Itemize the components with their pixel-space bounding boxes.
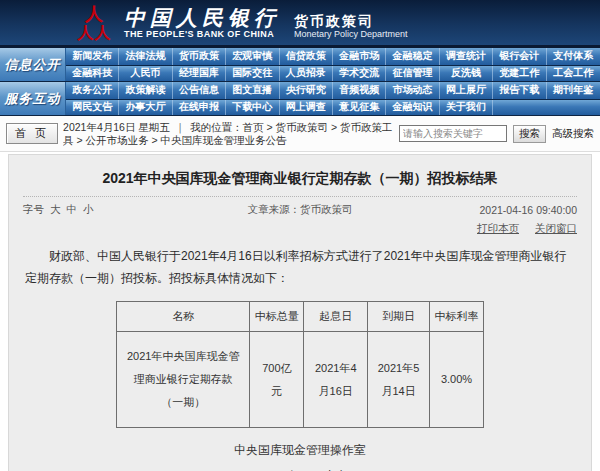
breadcrumb-separator: ｜ — [173, 121, 187, 133]
pboc-webpage: 人 人 人 中国人民银行 THE PEOPLE'S BANK OF CHINA … — [0, 0, 600, 471]
nav-filler — [547, 100, 600, 116]
nav-item-financial-stability[interactable]: 金融稳定 — [386, 48, 439, 65]
nav-item-macroprudential[interactable]: 宏观审慎 — [226, 48, 279, 65]
divider — [23, 196, 577, 197]
cell-amount: 700亿元 — [250, 332, 304, 428]
nav-item-laws[interactable]: 法律法规 — [119, 48, 172, 65]
nav-item-party-building[interactable]: 党建工作 — [493, 66, 546, 82]
nav-item-market-dynamics[interactable]: 市场动态 — [386, 82, 439, 99]
article-actions: 打印本页 关闭窗口 — [23, 222, 577, 236]
article-card: 2021年中央国库现金管理商业银行定期存款（一期）招投标结果 字号 大 中 小 … — [8, 154, 592, 471]
nav-item-bank-accounting[interactable]: 银行会计 — [493, 48, 546, 65]
nav-item-union-work[interactable]: 工会工作 — [547, 66, 600, 82]
bank-name-cn: 中国人民银行 — [124, 7, 280, 29]
table-header-row: 名称 中标总量 起息日 到期日 中标利率 — [117, 302, 484, 332]
close-window-link[interactable]: 关闭窗口 — [535, 222, 577, 236]
cell-deposit-name: 2021年中央国库现金管理商业银行定期存款（一期） — [117, 332, 250, 428]
svg-text:人: 人 — [84, 4, 104, 24]
nav-item-policy-interpretation[interactable]: 政策解读 — [119, 82, 172, 99]
nav-item-online-gallery[interactable]: 网上展厅 — [440, 82, 493, 99]
signature: 中央国库现金管理操作室 — [9, 442, 591, 459]
bank-name-block: 中国人民银行 THE PEOPLE'S BANK OF CHINA — [124, 7, 280, 39]
nav-item-financial-markets[interactable]: 金融市场 — [333, 48, 386, 65]
article-body: 财政部、中国人民银行于2021年4月16日以利率招标方式进行了2021年中央国库… — [25, 246, 575, 289]
nav-group-info-disclosure: 信息公开 新闻发布 法律法规 货币政策 宏观审慎 信贷政策 金融市场 金融稳定 … — [0, 48, 600, 82]
col-header-name: 名称 — [117, 302, 250, 332]
nav-item-periodicals[interactable]: 期刊年鉴 — [547, 82, 600, 99]
article-title: 2021年中央国库现金管理商业银行定期存款（一期）招投标结果 — [9, 169, 591, 187]
font-size-large[interactable]: 大 — [50, 203, 61, 217]
nav-item-payment-systems[interactable]: 支付体系 — [547, 48, 600, 65]
font-size-controls: 字号 大 中 小 — [23, 203, 94, 217]
nav-item-news[interactable]: 新闻发布 — [66, 48, 119, 65]
advanced-search-link[interactable]: 高级搜索 — [552, 127, 594, 141]
nav-item-research[interactable]: 央行研究 — [280, 82, 333, 99]
table-row: 2021年中央国库现金管理商业银行定期存款（一期） 700亿元 2021年4月1… — [117, 332, 484, 428]
nav-item-service-hall[interactable]: 办事大厅 — [119, 100, 172, 116]
main-nav: 信息公开 新闻发布 法律法规 货币政策 宏观审慎 信贷政策 金融市场 金融稳定 … — [0, 48, 600, 116]
col-header-start-date: 起息日 — [304, 302, 368, 332]
article-datetime: 2021-04-16 09:40:00 — [480, 204, 578, 216]
nav-item-monetary-policy[interactable]: 货币政策 — [173, 48, 226, 65]
nav-row-2: 金融科技 人民币 经理国库 国际交往 人员招录 学术交流 征信管理 反洗钱 党建… — [66, 65, 600, 82]
nav-item-online-survey[interactable]: 网上调查 — [280, 100, 333, 116]
nav-row-3: 政务公开 政策解读 公告信息 图文直播 央行研究 音频视频 市场动态 网上展厅 … — [66, 82, 600, 99]
nav-item-treasury[interactable]: 经理国库 — [173, 66, 226, 82]
nav-item-about-us[interactable]: 关于我们 — [440, 100, 493, 116]
cell-rate: 3.00% — [429, 332, 483, 428]
font-size-label: 字号 — [23, 203, 44, 217]
nav-item-fintech[interactable]: 金融科技 — [66, 66, 119, 82]
nav-item-gov-disclosure[interactable]: 政务公开 — [66, 82, 119, 99]
svg-text:人: 人 — [93, 24, 111, 41]
bank-name-en: THE PEOPLE'S BANK OF CHINA — [124, 29, 280, 39]
nav-item-online-filing[interactable]: 在线申报 — [173, 100, 226, 116]
nav-filler — [493, 100, 546, 116]
nav-label-services[interactable]: 服务互动 — [0, 82, 66, 115]
nav-item-netizen-notices[interactable]: 网民文告 — [66, 100, 119, 116]
nav-item-international[interactable]: 国际交往 — [226, 66, 279, 82]
content-area: 2021年中央国库现金管理商业银行定期存款（一期）招投标结果 字号 大 中 小 … — [0, 152, 600, 471]
department-block: 货币政策司 Monetary Policy Department — [294, 6, 408, 40]
nav-item-anti-money-laundering[interactable]: 反洗钱 — [440, 66, 493, 82]
nav-item-download-center[interactable]: 下载中心 — [226, 100, 279, 116]
home-button[interactable]: 首 页 — [6, 123, 58, 144]
font-size-small[interactable]: 小 — [83, 203, 94, 217]
breadcrumb-bar: 首 页 2021年4月16日 星期五 ｜ 我的位置：首页 > 货币政策司 > 货… — [0, 116, 600, 152]
nav-item-financial-knowledge[interactable]: 金融知识 — [386, 100, 439, 116]
nav-item-recruitment[interactable]: 人员招录 — [280, 66, 333, 82]
nav-item-academic-exchange[interactable]: 学术交流 — [333, 66, 386, 82]
nav-item-live-broadcast[interactable]: 图文直播 — [226, 82, 279, 99]
bid-result-table: 名称 中标总量 起息日 到期日 中标利率 2021年中央国库现金管理商业银行定期… — [116, 301, 484, 428]
nav-label-info-disclosure[interactable]: 信息公开 — [0, 48, 66, 81]
breadcrumb-date: 2021年4月16日 星期五 — [63, 121, 170, 133]
nav-item-public-consultation[interactable]: 意见征集 — [333, 100, 386, 116]
article-source: 文章来源：货币政策司 — [248, 203, 353, 217]
nav-group-services: 服务互动 政务公开 政策解读 公告信息 图文直播 央行研究 音频视频 市场动态 … — [0, 82, 600, 116]
nav-row-1: 新闻发布 法律法规 货币政策 宏观审慎 信贷政策 金融市场 金融稳定 调查统计 … — [66, 48, 600, 65]
col-header-rate: 中标利率 — [429, 302, 483, 332]
print-page-link[interactable]: 打印本页 — [477, 222, 519, 236]
nav-item-credit-reference[interactable]: 征信管理 — [386, 66, 439, 82]
breadcrumb: 2021年4月16日 星期五 ｜ 我的位置：首页 > 货币政策司 > 货币政策工… — [63, 121, 395, 147]
font-size-medium[interactable]: 中 — [67, 203, 78, 217]
nav-item-renminbi[interactable]: 人民币 — [119, 66, 172, 82]
nav-item-announcements[interactable]: 公告信息 — [173, 82, 226, 99]
cell-maturity-date: 2021年5月14日 — [368, 332, 430, 428]
col-header-amount: 中标总量 — [250, 302, 304, 332]
site-header: 人 人 人 中国人民银行 THE PEOPLE'S BANK OF CHINA … — [0, 0, 600, 48]
search-button[interactable]: 搜索 — [513, 125, 546, 143]
nav-row-4: 网民文告 办事大厅 在线申报 下载中心 网上调查 意见征集 金融知识 关于我们 — [66, 99, 600, 116]
search-input[interactable] — [399, 125, 507, 142]
cell-start-date: 2021年4月16日 — [304, 332, 368, 428]
pboc-logo-icon: 人 人 人 — [74, 4, 114, 42]
nav-item-statistics[interactable]: 调查统计 — [440, 48, 493, 65]
department-name-cn: 货币政策司 — [294, 14, 408, 29]
svg-text:人: 人 — [76, 24, 94, 41]
nav-item-audio-video[interactable]: 音频视频 — [333, 82, 386, 99]
department-name-en: Monetary Policy Department — [294, 29, 408, 40]
col-header-maturity-date: 到期日 — [368, 302, 430, 332]
article-meta: 字号 大 中 小 文章来源：货币政策司 2021-04-16 09:40:00 — [23, 203, 577, 217]
search-area: 搜索 高级搜索 — [399, 125, 594, 143]
nav-item-report-download[interactable]: 报告下载 — [493, 82, 546, 99]
nav-item-credit-policy[interactable]: 信贷政策 — [280, 48, 333, 65]
